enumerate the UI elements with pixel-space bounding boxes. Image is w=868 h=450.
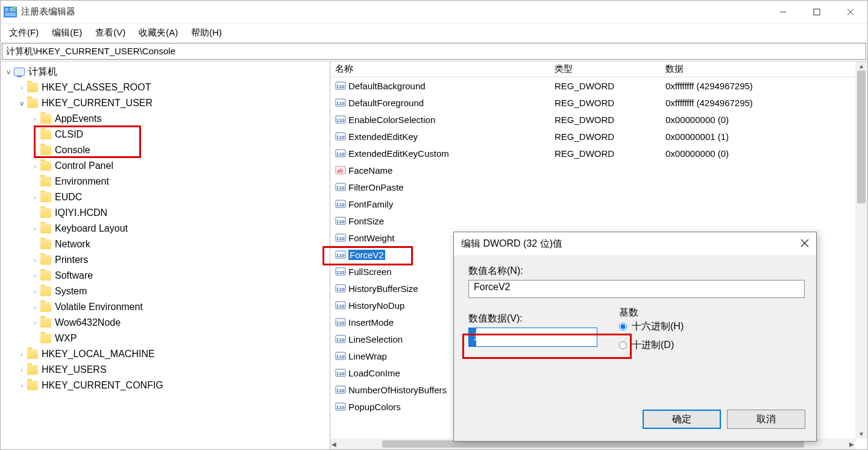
scroll-up-icon[interactable]: ▲ — [858, 63, 864, 69]
value-row[interactable]: abFaceName — [330, 162, 867, 179]
svg-text:110: 110 — [336, 405, 345, 410]
reg-dword-icon: 110 — [335, 367, 346, 378]
tree-label: HKEY_CURRENT_USER — [42, 98, 153, 109]
value-row[interactable]: 110FontFamily — [330, 195, 867, 212]
reg-dword-icon: 110 — [335, 300, 346, 311]
chevron-right-icon[interactable]: › — [31, 146, 39, 154]
value-row[interactable]: 110DefaultForegroundREG_DWORD0xffffffff … — [330, 94, 867, 111]
tree-label: HKEY_USERS — [42, 364, 107, 375]
svg-text:110: 110 — [336, 337, 345, 343]
chevron-right-icon[interactable]: › — [17, 350, 26, 358]
dialog-body: 数值名称(N): ForceV2 数值数据(V): 基数 十六进制(H) 十进制… — [454, 255, 816, 410]
chevron-right-icon[interactable]: › — [31, 303, 39, 311]
tree-item-keyboardlayout[interactable]: ›Keyboard Layout — [1, 221, 330, 236]
chevron-right-icon[interactable]: › — [17, 83, 26, 92]
tree-label: Console — [55, 145, 90, 156]
tree-item[interactable]: ›HKEY_CURRENT_CONFIG — [1, 378, 330, 393]
tree-item-software[interactable]: ›Software — [1, 268, 330, 284]
value-row[interactable]: 110FontSize — [330, 212, 867, 229]
tree-item-appevents[interactable]: ›AppEvents — [1, 111, 330, 127]
tree-item[interactable]: ›HKEY_LOCAL_MACHINE — [1, 346, 330, 362]
chevron-right-icon[interactable]: › — [17, 381, 26, 390]
menu-help[interactable]: 帮助(H) — [186, 26, 227, 40]
dialog-close-button[interactable] — [800, 238, 809, 250]
cancel-button[interactable]: 取消 — [727, 410, 805, 429]
chevron-down-icon[interactable]: ⅴ — [4, 68, 13, 76]
tree-item-system[interactable]: ›System — [1, 284, 330, 299]
menu-edit[interactable]: 编辑(E) — [47, 26, 87, 40]
menu-view[interactable]: 查看(V) — [90, 26, 130, 40]
chevron-right-icon[interactable]: › — [31, 193, 39, 201]
tree-item[interactable]: ⅴHKEY_CURRENT_USER — [1, 95, 330, 111]
computer-icon — [14, 68, 25, 76]
vertical-scrollbar[interactable]: ▲ ▼ — [855, 62, 867, 439]
menu-favorites[interactable]: 收藏夹(A) — [134, 26, 183, 40]
address-bar[interactable]: 计算机\HKEY_CURRENT_USER\Console — [2, 43, 866, 60]
radix-hex[interactable]: 十六进制(H) — [619, 320, 684, 333]
value-row[interactable]: 110ExtendedEditKeyCustomREG_DWORD0x00000… — [330, 145, 867, 162]
tree-item[interactable]: ›HKEY_CLASSES_ROOT — [1, 80, 330, 95]
value-row[interactable]: 110FilterOnPaste — [330, 179, 867, 195]
tree-item-wow6432node[interactable]: ›Wow6432Node — [1, 315, 330, 331]
chevron-right-icon[interactable]: › — [31, 287, 39, 296]
chevron-right-icon[interactable]: › — [31, 224, 39, 233]
tree-item-wxp[interactable]: WXP — [1, 331, 330, 346]
value-name: ForceV2 — [348, 250, 385, 260]
svg-text:110: 110 — [336, 101, 345, 106]
chevron-right-icon[interactable]: › — [31, 256, 39, 264]
maximize-button[interactable] — [800, 1, 834, 23]
chevron-right-icon[interactable]: › — [17, 366, 26, 374]
value-name: DefaultForeground — [348, 98, 424, 108]
folder-icon — [40, 161, 51, 171]
tree-item[interactable]: ›HKEY_USERS — [1, 362, 330, 378]
svg-rect-3 — [5, 13, 16, 16]
radio-dec[interactable] — [619, 341, 627, 349]
value-data-input[interactable] — [468, 328, 597, 347]
tree-item-iqiyihcdn[interactable]: IQIYI.HCDN — [1, 205, 330, 221]
tree-item-clsid[interactable]: CLSID — [1, 127, 330, 142]
window-controls — [766, 1, 867, 23]
value-row[interactable]: 110ExtendedEditKeyREG_DWORD0x00000001 (1… — [330, 128, 867, 145]
radio-hex[interactable] — [619, 323, 627, 331]
minimize-button[interactable] — [766, 1, 800, 23]
tree-label: Control Panel — [55, 160, 113, 171]
tree-pane[interactable]: ⅴ计算机›HKEY_CLASSES_ROOTⅴHKEY_CURRENT_USER… — [1, 62, 330, 449]
reg-dword-icon: 110 — [335, 266, 346, 277]
radix-dec[interactable]: 十进制(D) — [619, 339, 684, 352]
tree-item-console[interactable]: ›Console — [1, 142, 330, 158]
menu-file[interactable]: 文件(F) — [4, 26, 43, 40]
tree-item-eudc[interactable]: ›EUDC — [1, 189, 330, 205]
scrollbar-thumb[interactable] — [857, 71, 866, 203]
value-name: EnableColorSelection — [348, 115, 435, 125]
close-button[interactable] — [834, 1, 867, 23]
column-data[interactable]: 数据 — [665, 62, 867, 77]
tree-root[interactable]: ⅴ计算机 — [1, 64, 330, 80]
tree-item-network[interactable]: Network — [1, 236, 330, 252]
svg-text:110: 110 — [336, 354, 345, 360]
value-row[interactable]: 110EnableColorSelectionREG_DWORD0x000000… — [330, 111, 867, 128]
ok-button[interactable]: 确定 — [643, 410, 721, 429]
chevron-right-icon[interactable]: › — [31, 318, 39, 327]
dialog-title-bar: 编辑 DWORD (32 位)值 — [454, 232, 816, 255]
tree-item-controlpanel[interactable]: ›Control Panel — [1, 158, 330, 174]
folder-icon — [40, 334, 51, 343]
value-row[interactable]: 110DefaultBackgroundREG_DWORD0xffffffff … — [330, 77, 867, 94]
tree-item-environment[interactable]: Environment — [1, 174, 330, 189]
column-type[interactable]: 类型 — [555, 62, 665, 77]
scroll-down-icon[interactable]: ▼ — [858, 431, 864, 437]
chevron-right-icon[interactable]: › — [31, 162, 39, 170]
column-name[interactable]: 名称 — [335, 62, 555, 77]
scroll-left-icon[interactable]: ◀ — [332, 441, 336, 448]
tree-item-volatileenvironment[interactable]: ›Volatile Environment — [1, 299, 330, 315]
reg-sz-icon: ab — [335, 165, 346, 176]
tree-item-printers[interactable]: ›Printers — [1, 252, 330, 268]
scroll-right-icon[interactable]: ▶ — [849, 441, 854, 448]
folder-icon — [27, 83, 38, 92]
tree-label: Volatile Environment — [55, 302, 143, 312]
chevron-down-icon[interactable]: ⅴ — [17, 99, 26, 107]
svg-text:110: 110 — [336, 287, 345, 292]
value-name: LoadConIme — [348, 368, 400, 378]
value-name-field[interactable]: ForceV2 — [468, 280, 805, 298]
chevron-right-icon[interactable]: › — [31, 271, 39, 280]
chevron-right-icon[interactable]: › — [31, 115, 39, 123]
